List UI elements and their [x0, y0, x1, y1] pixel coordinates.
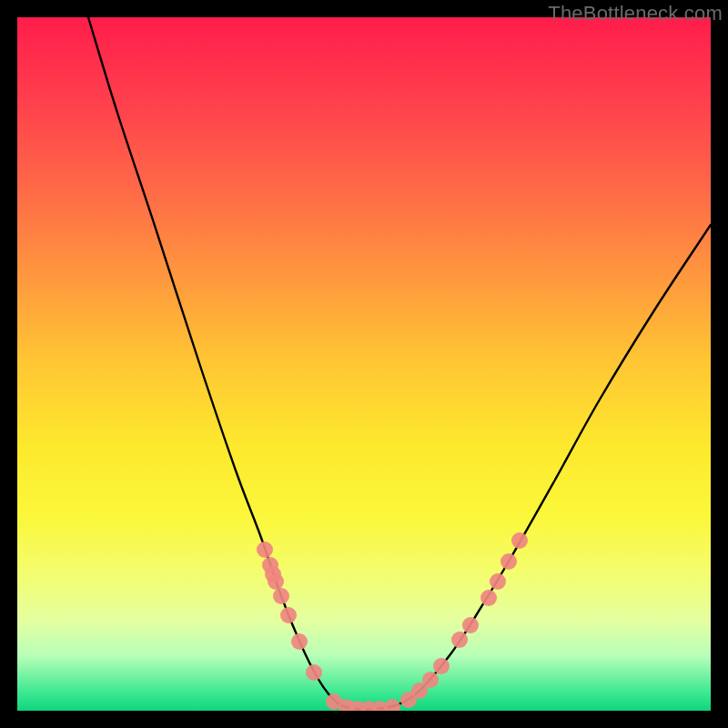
- watermark-text: TheBottleneck.com: [548, 2, 723, 25]
- data-dot: [291, 633, 308, 650]
- data-dot: [280, 607, 297, 623]
- data-dot: [273, 588, 289, 604]
- plot-area: [17, 17, 711, 711]
- curve-line: [88, 17, 711, 710]
- data-dots: [257, 532, 528, 711]
- data-dot: [500, 553, 517, 570]
- data-dot: [268, 573, 284, 590]
- chart-svg: [17, 17, 711, 711]
- data-dot: [384, 699, 400, 711]
- data-dot: [433, 658, 450, 674]
- data-dot: [462, 617, 479, 633]
- chart-frame: TheBottleneck.com: [0, 0, 728, 728]
- data-dot: [490, 573, 506, 590]
- data-dot: [511, 532, 528, 549]
- data-dot: [451, 632, 468, 648]
- data-dot: [480, 590, 497, 606]
- data-dot: [422, 672, 439, 688]
- data-dot: [257, 541, 273, 558]
- data-dot: [306, 664, 322, 681]
